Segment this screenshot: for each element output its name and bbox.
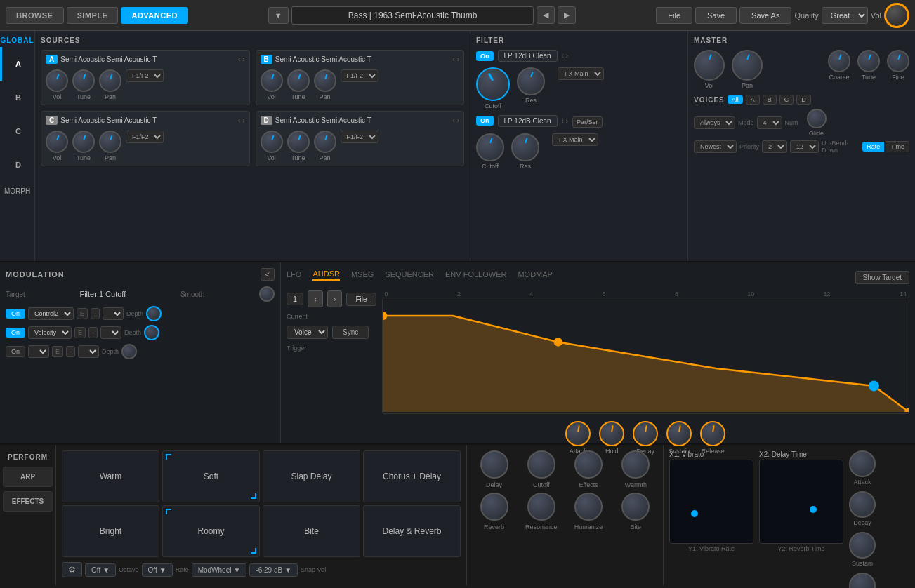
mod3-e-btn[interactable]: E [52,346,63,357]
perf-cutoff-knob[interactable] [527,450,555,479]
source-arrows-d[interactable]: ‹ › [453,116,459,124]
source-b-f1f2-select[interactable]: F1/F2 [341,69,378,82]
mod3-dash-btn[interactable]: - [66,346,75,357]
pad-soft[interactable]: Soft [162,450,260,502]
filter1-fx-select[interactable]: FX Main [558,67,604,80]
master-coarse-knob[interactable] [828,50,850,72]
filter2-res-knob[interactable] [511,133,539,161]
pad-bite[interactable]: Bite [263,505,360,557]
global-row-c[interactable]: C [0,114,34,148]
pad-bright[interactable]: Bright [62,505,159,557]
perf-resonance-knob[interactable] [527,493,555,521]
filter2-fx-select[interactable]: FX Main [552,133,598,146]
pad-delay-reverb[interactable]: Delay & Reverb [363,505,461,557]
rate-control[interactable]: Off ▼ [142,563,173,577]
source-d-tune-knob[interactable] [287,131,310,153]
source-b-vol-knob[interactable] [261,69,283,92]
master-fine-knob[interactable] [887,50,909,72]
mod-collapse-btn[interactable]: < [261,268,275,281]
xy-sustain-knob[interactable] [849,532,876,559]
glide-knob[interactable] [807,109,827,128]
mod2-e-btn[interactable]: E [74,327,86,338]
voices-mode-select[interactable]: Always [694,116,735,129]
mod1-source-select[interactable]: Control2 [28,307,74,320]
arp-tab[interactable]: ARP [3,467,53,487]
perf-delay-knob[interactable] [480,450,508,479]
mod2-on-btn[interactable]: On [6,328,25,338]
snap-vol-control[interactable]: -6.29 dB ▼ [249,563,298,577]
perf-reverb-knob[interactable] [480,493,508,521]
tab-lfo[interactable]: LFO [287,269,301,280]
time-btn[interactable]: Time [886,141,909,152]
master-tune-knob[interactable] [857,50,880,72]
voices-a-btn[interactable]: A [746,95,760,105]
save-as-button[interactable]: Save As [739,7,791,24]
source-c-pan-knob[interactable] [99,131,121,153]
lfo-next-btn[interactable]: › [327,290,343,307]
pad-slap-delay[interactable]: Slap Delay [263,450,360,502]
source-d-vol-knob[interactable] [261,131,283,153]
perf-humanize-knob[interactable] [574,493,603,521]
lfo-file-btn[interactable]: File [346,293,376,306]
pad-roomy[interactable]: Roomy [162,505,260,557]
source-d-f1f2-select[interactable]: F1/F2 [341,131,378,143]
nav-dropdown-button[interactable]: ▼ [268,7,289,24]
tab-modmap[interactable]: MODMAP [518,269,553,280]
mod3-depth-knob[interactable] [121,344,137,359]
smooth-knob[interactable] [259,286,275,302]
xy-pad-2[interactable] [759,460,843,544]
source-c-tune-knob[interactable] [72,131,95,153]
source-arrows-a[interactable]: ‹ › [238,55,244,63]
perf-effects-knob[interactable] [574,450,603,479]
filter2-on-btn[interactable]: On [476,116,494,126]
voices-val1-select[interactable]: 2 [762,140,787,153]
mod2-sub-select[interactable] [100,326,121,339]
source-a-pan-knob[interactable] [99,69,121,92]
show-target-btn[interactable]: Show Target [855,271,909,284]
filter2-arrows[interactable]: ‹ › [562,117,568,125]
source-arrows-c[interactable]: ‹ › [238,116,244,124]
rate-btn[interactable]: Rate [862,142,884,152]
source-c-vol-knob[interactable] [46,131,68,153]
source-a-vol-knob[interactable] [46,69,68,92]
vol-knob[interactable] [884,3,909,28]
filter1-on-btn[interactable]: On [476,51,494,61]
global-row-b[interactable]: B [0,81,34,114]
voices-val2-select[interactable]: 12 [790,140,819,153]
tab-env-follower[interactable]: ENV FOLLOWER [445,269,506,280]
save-button[interactable]: Save [695,7,737,24]
sustain-knob[interactable] [666,421,692,446]
pad-warm[interactable]: Warm [62,450,159,502]
voices-d-btn[interactable]: D [796,95,811,105]
voices-priority-select[interactable]: Newest [694,140,737,153]
mod3-source-select[interactable] [28,345,49,358]
effects-tab[interactable]: EFFECTS [3,491,53,512]
xy-decay-knob[interactable] [849,491,876,518]
simple-button[interactable]: SIMPLE [67,7,119,24]
source-arrows-b[interactable]: ‹ › [453,55,459,63]
source-b-pan-knob[interactable] [314,69,336,92]
advanced-button[interactable]: ADVANCED [121,7,188,24]
mod2-depth-knob[interactable] [144,325,159,340]
mod3-on-btn[interactable]: On [6,346,25,357]
pad-chorus-delay[interactable]: Chorus + Delay [363,450,461,502]
filter1-res-knob[interactable] [517,67,545,95]
tab-sequencer[interactable]: SEQUENCER [385,269,434,280]
filter2-type[interactable]: LP 12dB Clean [498,115,558,127]
perf-bite-knob[interactable] [621,493,650,521]
mod2-dash-btn[interactable]: - [88,327,98,338]
lfo-prev-btn[interactable]: ‹ [308,290,323,307]
browse-button[interactable]: BROWSE [6,7,64,24]
gear-btn[interactable]: ⚙ [62,562,82,577]
perf-warmth-knob[interactable] [621,450,650,479]
file-button[interactable]: File [656,7,692,24]
voices-b-btn[interactable]: B [763,95,777,105]
voice-select[interactable]: Voice [287,326,328,339]
hold-knob[interactable] [599,421,624,446]
mod1-depth-knob[interactable] [146,306,162,321]
master-pan-knob[interactable] [732,50,763,81]
tab-ahdsr[interactable]: AHDSR [312,268,340,281]
mod1-dash-btn[interactable]: - [91,308,100,319]
filter1-cutoff-knob[interactable] [476,67,510,101]
xy-release-knob[interactable] [849,573,876,588]
